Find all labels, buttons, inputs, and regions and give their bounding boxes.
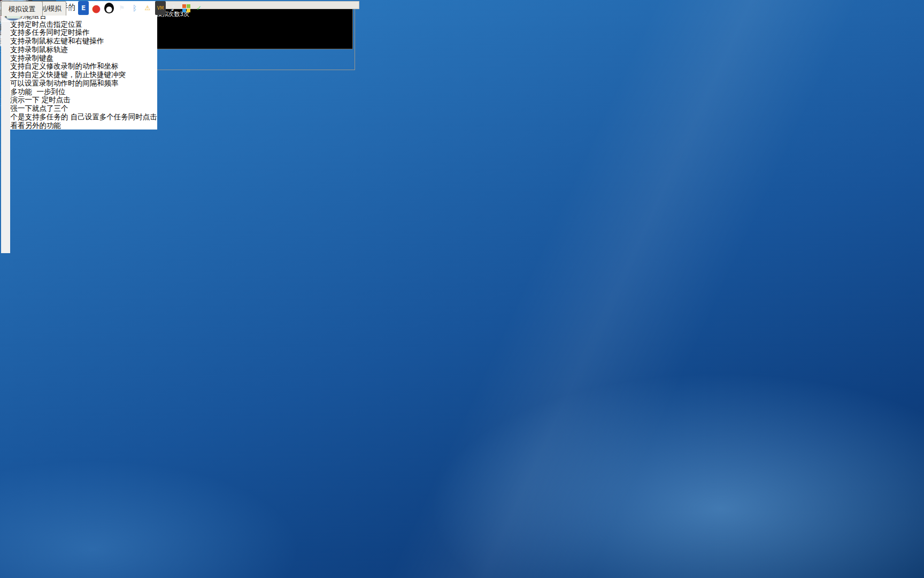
notepad-line: 2.支持多任务同时定时操作: [3, 28, 157, 37]
notepad-line: 8.可以设置录制动作时的间隔和频率: [3, 79, 157, 88]
penguin-shape: [104, 3, 114, 13]
notepad-line: 先演示一下 定时点击: [3, 96, 157, 104]
notepad-line: 4.支持录制鼠标轨迹: [3, 45, 157, 54]
tray-e-app-icon[interactable]: E: [78, 1, 89, 15]
tray-volume-icon[interactable]: ♪: [168, 1, 179, 15]
tray-qq-penguin-icon[interactable]: [104, 1, 114, 15]
color-grid-shape: [182, 4, 190, 12]
notepad-line: 很强一下就点了三个: [3, 104, 157, 113]
tray-vm-icon[interactable]: VM: [155, 1, 166, 15]
tray-usb-safely-remove-icon[interactable]: ✓: [194, 1, 204, 15]
desktop: 3.09 ▶ bandicam 2023-03-1... 鼠标键盘记录 模拟点击…: [0, 0, 924, 578]
notepad-line: 再看看另外的功能: [3, 121, 157, 130]
tray-action-center-icon[interactable]: ⚑: [117, 1, 127, 15]
tray-bluetooth-icon[interactable]: ᛒ: [129, 1, 140, 15]
tray-ime-panel-icon[interactable]: ▤: [65, 1, 76, 15]
tray-network-warning-icon[interactable]: ⚠: [142, 1, 153, 15]
notepad-line: 3.支持录制鼠标左键和右键操作: [3, 37, 157, 45]
tray-security-center-icon[interactable]: [181, 1, 191, 15]
notepad-line: 这个是支持多任务的 自己设置多个任务同时点击: [3, 113, 157, 121]
subtab-simulate-settings[interactable]: 模拟设置: [1, 1, 43, 16]
notepad-line: 7.支持自定义快捷键，防止快捷键冲突: [3, 71, 157, 79]
notepad-line: 超多功能 一步到位: [3, 88, 157, 96]
notepad-line: 6.支持自定义修改录制的动作和坐标: [3, 62, 157, 71]
scrollbar-vertical[interactable]: ▲ ▼: [1, 1, 10, 253]
notepad-line: 5.支持录制键盘: [3, 54, 157, 63]
tray-record-icon[interactable]: ●: [91, 1, 102, 15]
